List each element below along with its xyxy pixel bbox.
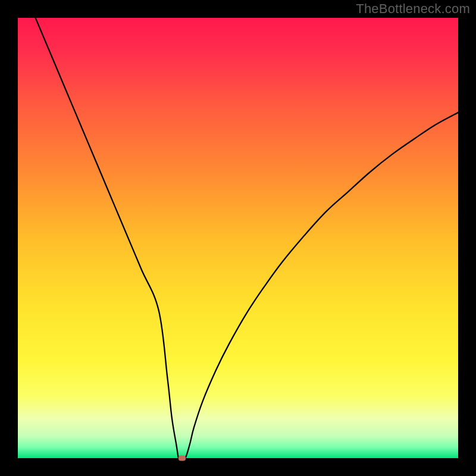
plot-area [18,18,458,458]
watermark-text: TheBottleneck.com [356,1,470,17]
chart-frame: TheBottleneck.com [0,0,476,476]
marker-dot [178,456,186,461]
plot-svg [18,18,458,458]
gradient-background [18,18,458,458]
